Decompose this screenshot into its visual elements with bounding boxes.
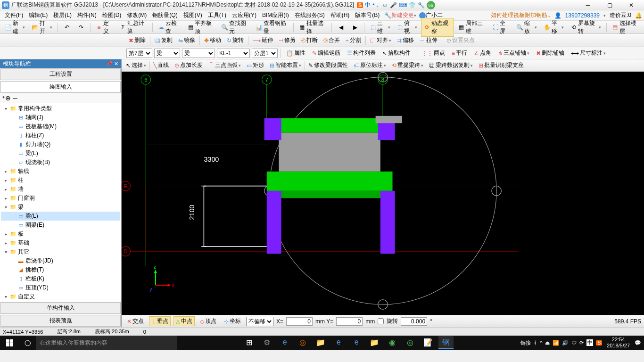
tray-sync-icon[interactable]: ⟳ — [579, 340, 584, 346]
sum-button[interactable]: Σ汇总计算 — [117, 18, 150, 37]
vp-smart-button[interactable]: ⊞智能布置▾ — [267, 60, 304, 71]
app1-icon[interactable]: ⚙ — [259, 336, 274, 349]
attr-button[interactable]: 📋属性 — [284, 48, 308, 58]
extend-button[interactable]: ⟶延伸 — [250, 35, 275, 46]
category-select[interactable]: 梁 — [154, 49, 180, 58]
ime-kbd-icon[interactable]: ⌨ — [399, 2, 407, 8]
cortana-icon[interactable]: ◯ — [19, 339, 36, 346]
tree-opening[interactable]: ▸📁门窗洞 — [1, 194, 120, 203]
dimension-button[interactable]: ⟷尺寸标注▾ — [569, 48, 608, 58]
tree-plate[interactable]: ▸📁板 — [1, 230, 120, 239]
ime-punct-icon[interactable]: •， — [372, 1, 380, 9]
zoom-button[interactable]: 🔍缩放▾ — [513, 18, 539, 37]
fixpoint-button[interactable]: ⊙设置夹点 — [444, 35, 477, 46]
trim-button[interactable]: ⊣修剪 — [276, 35, 298, 46]
tray-link-label[interactable]: 链接 — [520, 339, 531, 346]
vp-arc-button[interactable]: ⌒三点画弧▾ — [206, 60, 243, 71]
member-select[interactable]: KL-1 — [217, 49, 250, 58]
tray-volume-icon[interactable]: 🔊 — [562, 340, 569, 346]
snap-vertex-button[interactable]: ◇顶点 — [198, 316, 219, 326]
define-button[interactable]: ≡定义 — [93, 18, 116, 37]
redo-button[interactable]: ↷ — [74, 22, 88, 33]
menu-help[interactable]: 帮助(H) — [328, 11, 353, 19]
nav-tab-single-input[interactable]: 单构件输入 — [0, 302, 121, 314]
taskbar-search[interactable]: 在这里输入你要搜索的内容 — [36, 336, 177, 350]
edge-icon[interactable]: e — [277, 336, 292, 349]
vp-editseg-button[interactable]: ✎修改梁段属性 — [306, 60, 350, 71]
ie-icon[interactable]: e — [349, 336, 364, 349]
remove-tree-icon[interactable]: ─ — [13, 94, 17, 102]
local-3d-button[interactable]: ▦局部三维 — [455, 18, 488, 37]
tree-axisnet[interactable]: ⊞轴网(J) — [1, 113, 120, 122]
tree-common[interactable]: ▾📁常用构件类型 — [1, 104, 120, 113]
offset-mode-select[interactable]: 不偏移 — [246, 317, 273, 326]
tray-ime-icon[interactable]: 中 — [586, 339, 593, 346]
app2-icon[interactable]: ◉ — [385, 336, 400, 349]
edit-rebar-button[interactable]: ✎编辑钢筋 — [310, 48, 343, 58]
notes-icon[interactable]: 📝 — [421, 336, 436, 349]
prev-button[interactable]: ◀ — [334, 22, 347, 33]
tray-chevron-icon[interactable]: ^ — [540, 340, 542, 346]
nav-tab-draw[interactable]: 绘图输入 — [0, 81, 121, 93]
pick-member-button[interactable]: ↖拾取构件 — [380, 48, 413, 58]
vp-select-button[interactable]: ↖选择▾ — [124, 60, 149, 71]
add-tree-icon[interactable]: ⁺⊕ — [2, 94, 11, 102]
tree-parapet[interactable]: ▯栏板(K) — [1, 274, 120, 283]
tree-foundation[interactable]: ▸📁基础 — [1, 239, 120, 247]
rotate-button[interactable]: ↻旋转 — [224, 35, 246, 46]
split-button[interactable]: ÷分割 — [343, 35, 363, 46]
ime-mic-icon[interactable]: 🎤 — [390, 2, 397, 8]
app3-icon[interactable]: ◎ — [403, 336, 418, 349]
fullscreen-button[interactable]: ⛶全屏 — [489, 18, 512, 37]
tray-sogou-icon[interactable]: S — [596, 340, 602, 346]
vp-extlen-button[interactable]: ⊙点加长度 — [172, 60, 205, 71]
explorer-icon[interactable]: 📁 — [313, 336, 328, 349]
tree-framecol[interactable]: ▯框柱(Z) — [1, 131, 120, 140]
ime-tool-icon[interactable]: 🔧 — [418, 2, 425, 8]
offset-button[interactable]: ⇉偏移 — [395, 35, 416, 46]
top-view-button[interactable]: ⬚俯视▾ — [394, 18, 420, 37]
snap-midpoint-button[interactable]: △中点 — [173, 316, 195, 326]
stretch-button[interactable]: ↔拉伸 — [417, 35, 440, 46]
tray-safe-remove-icon[interactable]: ⏏ — [545, 340, 550, 346]
start-button[interactable] — [0, 336, 19, 350]
three-axis-button[interactable]: ⋔三点辅轴▾ — [495, 48, 532, 58]
tree-rooftop[interactable]: ▭压顶(YD) — [1, 283, 120, 292]
vp-copyspan-button[interactable]: ⿻梁跨数据复制▾ — [427, 60, 475, 71]
ime-lang[interactable]: 中 — [365, 1, 371, 9]
tree-beam-cat[interactable]: ▾📁梁 — [1, 203, 120, 212]
new-change-dropdown-icon[interactable]: ▾ — [414, 13, 416, 18]
parallel-button[interactable]: ≡平行 — [449, 48, 470, 58]
copy-button[interactable]: ⿻复制 — [152, 35, 175, 46]
select-floor-button[interactable]: ▤选择楼层 — [609, 18, 642, 37]
flat-slab-button[interactable]: ▦平齐板顶 — [184, 18, 217, 37]
batch-select-button[interactable]: ▦批量选择 — [296, 18, 329, 37]
viewport-3d[interactable]: 6 7 8 E D — [122, 72, 644, 315]
tree-other[interactable]: ▾📁其它 — [1, 247, 120, 256]
minimize-button[interactable]: ─ — [577, 0, 599, 10]
browser-icon[interactable]: ◎ — [295, 336, 310, 349]
3d-button[interactable]: ⬚三维▾ — [367, 18, 393, 37]
tree-custom[interactable]: ▾📁自定义 — [1, 292, 120, 301]
floor-select[interactable]: 第7层 — [126, 49, 152, 58]
tray-bluetooth-icon[interactable]: ᚼ — [534, 340, 537, 346]
ggj-app-icon[interactable]: 钢 — [438, 336, 454, 349]
tree-axis[interactable]: ▸📁轴线 — [1, 167, 120, 176]
edge2-icon[interactable]: e — [331, 336, 346, 349]
undo-button[interactable]: ↶ — [60, 22, 74, 33]
rotate-input[interactable] — [401, 317, 427, 326]
tree-shearwall[interactable]: ▮剪力墙(Q) — [1, 140, 120, 149]
vp-rect-button[interactable]: ▭矩形 — [244, 60, 266, 71]
y-input[interactable] — [336, 317, 363, 326]
break-button[interactable]: ⧀打断 — [299, 35, 320, 46]
align-button[interactable]: ⫍对齐▾ — [368, 35, 394, 46]
tree-wall[interactable]: ▸📁墙 — [1, 185, 120, 194]
taskview-icon[interactable]: ⊞ — [241, 336, 256, 349]
pan-button[interactable]: ✋平移▾ — [541, 18, 567, 37]
merge-button[interactable]: ⧁合并 — [321, 35, 342, 46]
open-button[interactable]: 📂打开▾ — [29, 18, 55, 37]
screen-rotate-button[interactable]: ⟲屏幕旋转▾ — [568, 18, 604, 37]
snap-endpoint-button[interactable]: ⊥垂点 — [149, 316, 171, 326]
nav-tab-report[interactable]: 报表预览 — [0, 315, 121, 327]
tray-network-icon[interactable]: 📶 — [553, 340, 559, 346]
